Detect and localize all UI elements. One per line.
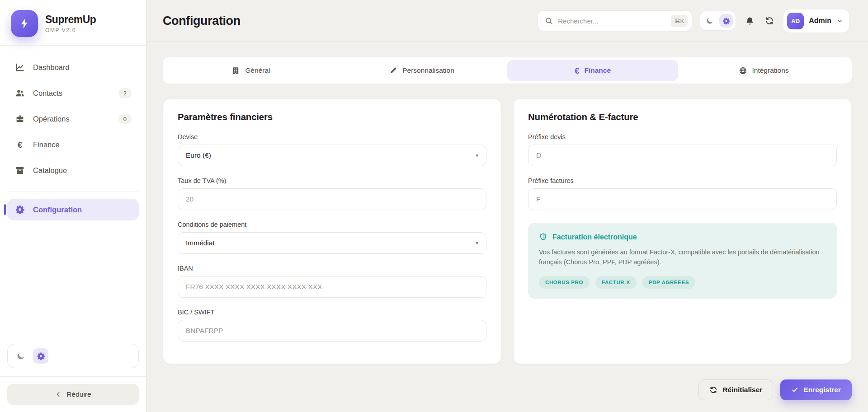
contacts-count-badge: 2: [118, 88, 132, 98]
save-button[interactable]: Enregistrer: [780, 379, 852, 400]
sidebar-item-finance[interactable]: € Finance: [7, 134, 139, 155]
reset-label: Réinitialiser: [722, 386, 762, 394]
gear-icon[interactable]: [719, 14, 733, 28]
bic-label: BIC / SWIFT: [178, 309, 486, 316]
tva-input[interactable]: [178, 188, 486, 210]
reset-button[interactable]: Réinitialiser: [698, 379, 773, 400]
einvoice-info-box: Facturation électronique Vos factures so…: [528, 223, 837, 299]
sidebar-item-dashboard[interactable]: Dashboard: [7, 56, 139, 78]
devise-select[interactable]: Euro (€) ▾: [178, 145, 486, 166]
einvoice-badge-pdp-agreees: PDP AGRÉÉES: [642, 276, 695, 289]
bell-icon: [745, 16, 755, 26]
shield-icon: [539, 233, 547, 241]
moon-icon[interactable]: [13, 348, 28, 364]
brand-name: SupremUp: [45, 14, 96, 26]
prefix-devis-input[interactable]: [528, 145, 837, 166]
chevron-down-icon: ▾: [476, 152, 478, 159]
pen-icon: [389, 66, 397, 75]
euro-icon: €: [575, 66, 580, 75]
sidebar-item-label: Contacts: [33, 89, 62, 98]
tab-label: Général: [245, 66, 270, 75]
iban-label: IBAN: [178, 265, 486, 272]
briefcase-icon: [14, 113, 25, 124]
einvoice-badge-factur-x: FACTUR-X: [595, 276, 637, 289]
theme-toggle: [7, 344, 139, 368]
einvoice-badge-chorus-pro: CHORUS PRO: [539, 276, 590, 289]
user-name: Admin: [809, 17, 831, 25]
financial-settings-card: Paramètres financiers Devise Euro (€) ▾ …: [163, 98, 501, 364]
sidebar-item-label: Catalogue: [33, 166, 67, 175]
search-shortcut-kbd: ⌘K: [671, 15, 688, 27]
tab-finance[interactable]: € Finance: [507, 60, 678, 81]
prefix-devis-label: Préfixe devis: [528, 133, 837, 140]
numbering-einvoice-card: Numérotation & E-facture Préfixe devis P…: [513, 98, 852, 364]
sidebar-item-operations[interactable]: Opérations 0: [7, 108, 139, 130]
check-icon: [791, 386, 798, 393]
sidebar-nav: Dashboard Contacts 2 Opérations 0 € Fina…: [0, 46, 146, 220]
footer-actions: Réinitialiser Enregistrer: [163, 379, 852, 409]
chart-line-icon: [14, 62, 25, 73]
sidebar: SupremUp OMP V2.0 Dashboard Contacts 2: [0, 0, 146, 412]
sidebar-divider: [7, 192, 139, 192]
chevron-down-icon: ▾: [476, 240, 478, 246]
prefix-factures-input[interactable]: [528, 188, 837, 210]
topbar: Configuration ⌘K: [146, 0, 868, 42]
conditions-label: Conditions de paiement: [178, 221, 486, 228]
search-icon: [545, 17, 553, 25]
einvoice-title: Facturation électronique: [552, 233, 637, 241]
prefix-factures-label: Préfixe factures: [528, 177, 837, 184]
bic-input[interactable]: [178, 320, 486, 342]
sidebar-item-contacts[interactable]: Contacts 2: [7, 82, 139, 104]
tab-label: Intégrations: [752, 66, 789, 75]
gear-icon[interactable]: [33, 348, 48, 364]
tva-label: Taux de TVA (%): [178, 177, 486, 184]
tab-personnalisation[interactable]: Personnalisation: [336, 60, 507, 81]
einvoice-description: Vos factures sont générées au format Fac…: [539, 247, 826, 267]
sidebar-item-label: Configuration: [33, 206, 82, 214]
conditions-value: Immédiat: [186, 239, 215, 247]
refresh-button[interactable]: [764, 15, 775, 27]
chevron-down-icon: [836, 18, 843, 24]
search-box: ⌘K: [538, 10, 692, 31]
header-theme-toggle: [700, 11, 736, 30]
collapse-sidebar-button[interactable]: Réduire: [7, 384, 139, 405]
lightning-bolt-icon: [11, 10, 38, 37]
building-icon: [231, 66, 240, 75]
devise-value: Euro (€): [186, 151, 211, 159]
search-input[interactable]: [558, 17, 666, 25]
refresh-icon: [709, 386, 717, 394]
settings-tabs: Général Personnalisation € Finance I: [163, 57, 852, 84]
operations-count-badge: 0: [118, 114, 132, 124]
users-icon: [14, 88, 25, 98]
collapse-label: Réduire: [66, 390, 91, 398]
archive-icon: [14, 165, 25, 176]
sidebar-item-label: Opérations: [33, 115, 70, 123]
tab-label: Finance: [585, 66, 611, 75]
tab-general[interactable]: Général: [165, 60, 336, 81]
moon-icon[interactable]: [703, 14, 717, 28]
content: Général Personnalisation € Finance I: [146, 42, 868, 412]
sidebar-item-configuration[interactable]: Configuration: [7, 199, 139, 220]
conditions-select[interactable]: Immédiat ▾: [178, 232, 486, 254]
brand-version: OMP V2.0: [45, 27, 96, 33]
user-menu[interactable]: AD Admin: [783, 9, 849, 33]
iban-input[interactable]: [178, 276, 486, 298]
refresh-icon: [765, 16, 774, 25]
euro-icon: €: [14, 139, 25, 150]
chevron-left-icon: [55, 391, 62, 398]
sidebar-item-label: Dashboard: [33, 63, 70, 72]
sidebar-item-catalogue[interactable]: Catalogue: [7, 159, 139, 181]
brand: SupremUp OMP V2.0: [0, 0, 146, 45]
main-area: Configuration ⌘K: [146, 0, 868, 412]
sidebar-bottom: Réduire: [0, 344, 146, 412]
avatar: AD: [787, 13, 804, 29]
card-title: Numérotation & E-facture: [528, 112, 837, 122]
sidebar-item-label: Finance: [33, 140, 60, 149]
app-root: SupremUp OMP V2.0 Dashboard Contacts 2: [0, 0, 868, 412]
notifications-button[interactable]: [744, 15, 755, 27]
page-title: Configuration: [163, 14, 241, 28]
card-title: Paramètres financiers: [178, 112, 486, 122]
tab-integrations[interactable]: Intégrations: [678, 60, 849, 81]
gear-icon: [14, 204, 25, 215]
devise-label: Devise: [178, 133, 486, 140]
